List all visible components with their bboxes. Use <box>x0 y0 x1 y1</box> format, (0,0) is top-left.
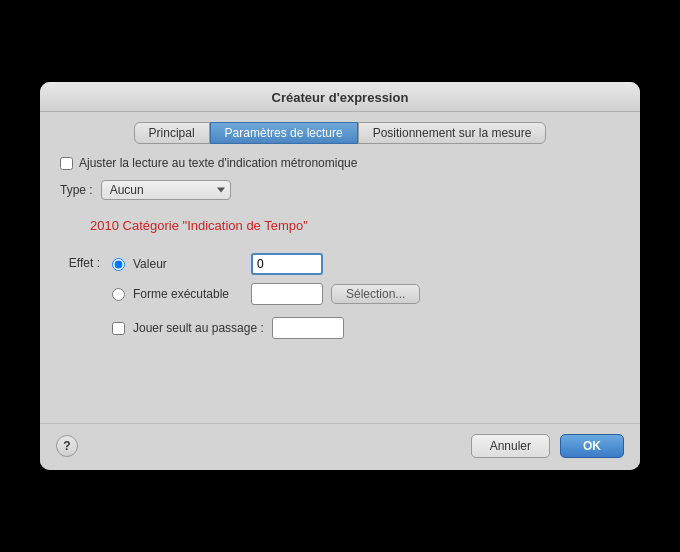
jouer-row: Jouer seult au passage : <box>112 317 420 339</box>
checkbox-metronome[interactable] <box>60 157 73 170</box>
dialog-content: Principal Paramètres de lecture Position… <box>40 112 640 423</box>
effet-label: Effet : <box>60 253 100 339</box>
forme-radio-label: Forme exécutable <box>133 287 243 301</box>
jouer-input[interactable] <box>272 317 344 339</box>
effet-section: Effet : Valeur Forme exécutable Sélectio… <box>60 253 620 339</box>
ok-button[interactable]: OK <box>560 434 624 458</box>
valeur-input[interactable] <box>251 253 323 275</box>
forme-input[interactable] <box>251 283 323 305</box>
valeur-radio-label: Valeur <box>133 257 243 271</box>
dialog-title: Créateur d'expression <box>272 90 409 105</box>
category-text: 2010 Catégorie "Indication de Tempo" <box>90 218 620 233</box>
tab-principal[interactable]: Principal <box>134 122 210 144</box>
type-label: Type : <box>60 183 93 197</box>
help-button[interactable]: ? <box>56 435 78 457</box>
selection-button[interactable]: Sélection... <box>331 284 420 304</box>
jouer-label: Jouer seult au passage : <box>133 321 264 335</box>
checkbox-metronome-label: Ajuster la lecture au texte d'indication… <box>79 156 357 170</box>
forme-radio-row: Forme exécutable Sélection... <box>112 283 420 305</box>
button-group: Annuler OK <box>471 434 624 458</box>
title-bar: Créateur d'expression <box>40 82 640 112</box>
valeur-radio-row: Valeur <box>112 253 420 275</box>
bottom-bar: ? Annuler OK <box>40 423 640 470</box>
type-select-wrapper: Aucun <box>101 180 231 200</box>
tab-positionnement[interactable]: Positionnement sur la mesure <box>358 122 547 144</box>
tab-parametres[interactable]: Paramètres de lecture <box>210 122 358 144</box>
cancel-button[interactable]: Annuler <box>471 434 550 458</box>
checkbox-metronome-row: Ajuster la lecture au texte d'indication… <box>60 156 620 170</box>
effet-options: Valeur Forme exécutable Sélection... Jou… <box>112 253 420 339</box>
valeur-radio[interactable] <box>112 258 125 271</box>
dialog-window: Créateur d'expression Principal Paramètr… <box>40 82 640 470</box>
tab-bar: Principal Paramètres de lecture Position… <box>60 122 620 144</box>
type-row: Type : Aucun <box>60 180 620 200</box>
jouer-checkbox[interactable] <box>112 322 125 335</box>
forme-radio[interactable] <box>112 288 125 301</box>
type-select[interactable]: Aucun <box>101 180 231 200</box>
